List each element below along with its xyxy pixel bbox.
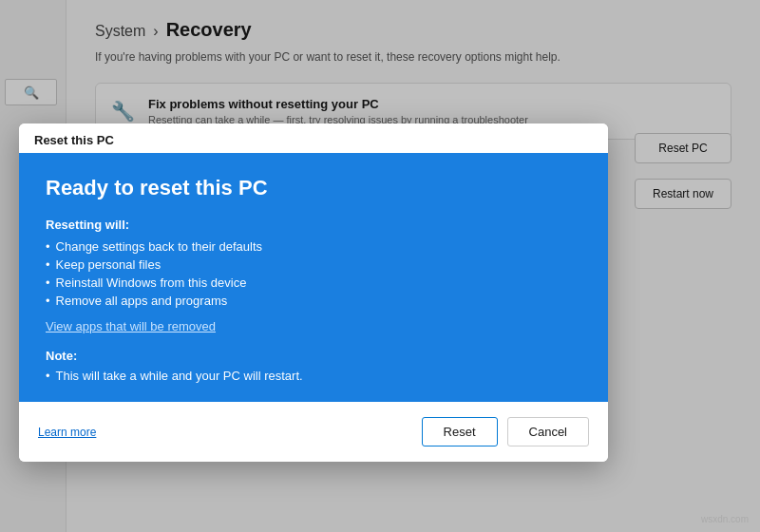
reset-modal: Reset this PC Ready to reset this PC Res…	[19, 124, 608, 462]
note-label: Note:	[46, 349, 581, 363]
resetting-will-label: Resetting will:	[46, 218, 581, 232]
bullet-reinstall-windows: Reinstall Windows from this device	[46, 276, 581, 290]
cancel-button[interactable]: Cancel	[507, 417, 589, 446]
bullet-keep-files: Keep personal files	[46, 257, 581, 272]
view-apps-link[interactable]: View apps that will be removed	[46, 319, 216, 333]
note-bullets: This will take a while and your PC will …	[46, 369, 581, 383]
footer-buttons: Reset Cancel	[422, 417, 589, 446]
modal-body: Ready to reset this PC Resetting will: C…	[19, 153, 608, 402]
learn-more-link[interactable]: Learn more	[38, 426, 96, 439]
bullet-change-settings: Change settings back to their defaults	[46, 239, 581, 254]
watermark: wsxdn.com	[701, 514, 749, 524]
modal-footer: Learn more Reset Cancel	[19, 402, 608, 462]
reset-button[interactable]: Reset	[422, 417, 498, 446]
note-bullet-restart: This will take a while and your PC will …	[46, 369, 581, 383]
modal-heading: Ready to reset this PC	[46, 176, 581, 200]
resetting-bullets: Change settings back to their defaults K…	[46, 239, 581, 308]
modal-title-bar: Reset this PC	[19, 124, 608, 153]
bullet-remove-apps: Remove all apps and programs	[46, 294, 581, 308]
